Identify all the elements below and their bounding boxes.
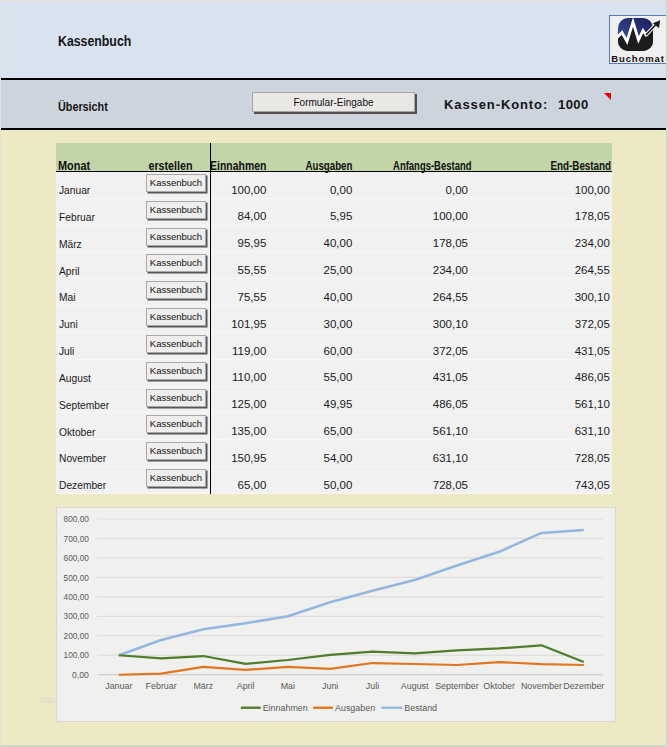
svg-text:100,00: 100,00 (64, 650, 89, 660)
svg-text:September: September (435, 681, 479, 691)
svg-text:Februar: Februar (146, 681, 177, 691)
svg-text:Juni: Juni (322, 681, 338, 691)
svg-text:August: August (401, 681, 429, 691)
svg-text:500,00: 500,00 (64, 573, 89, 583)
svg-text:Mai: Mai (281, 681, 295, 691)
svg-text:Einnahmen: Einnahmen (263, 703, 308, 713)
svg-text:Juli: Juli (366, 681, 379, 691)
svg-text:700,00: 700,00 (64, 534, 89, 544)
svg-text:300,00: 300,00 (64, 611, 89, 621)
svg-text:Dezember: Dezember (563, 681, 604, 691)
svg-text:Januar: Januar (105, 681, 132, 691)
svg-text:0,00: 0,00 (72, 670, 89, 680)
svg-text:400,00: 400,00 (64, 592, 89, 602)
svg-text:600,00: 600,00 (64, 553, 89, 563)
svg-text:März: März (193, 681, 213, 691)
svg-text:200,00: 200,00 (64, 631, 89, 641)
svg-text:Bestand: Bestand (404, 703, 437, 713)
svg-text:April: April (237, 681, 255, 691)
svg-text:November: November (521, 681, 562, 691)
svg-text:Oktober: Oktober (483, 681, 515, 691)
svg-text:Ausgaben: Ausgaben (335, 703, 375, 713)
svg-text:800,00: 800,00 (64, 514, 89, 524)
